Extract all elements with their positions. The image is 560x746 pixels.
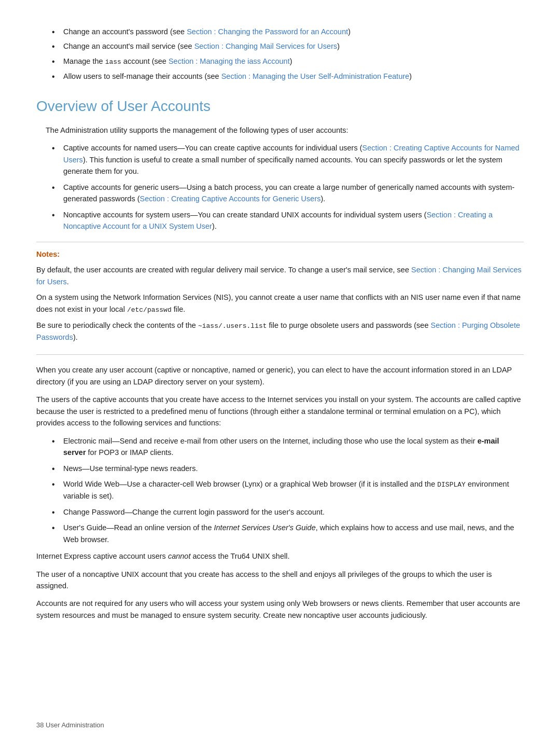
inline-code-iass: iass [105,58,121,66]
end-para-1: Internet Express captive account users c… [36,550,524,562]
services-list: Electronic mail—Send and receive e-mail … [36,435,524,545]
italic-cannot: cannot [168,552,191,560]
list-item-email: Electronic mail—Send and receive e-mail … [52,435,524,459]
top-list: Change an account's password (see Sectio… [36,26,524,82]
intro-para: The Administration utility supports the … [36,125,524,136]
inline-code-display: DISPLAY [437,481,466,489]
inline-code-users-list: ~iass/.users.list [198,322,267,330]
link-self-admin[interactable]: Section : Managing the User Self-Adminis… [221,72,410,80]
link-notes-mail[interactable]: Section : Changing Mail Services for Use… [36,266,522,285]
link-changing-password[interactable]: Section : Changing the Password for an A… [187,27,348,36]
list-item: Change an account's password (see Sectio… [52,26,524,37]
link-purging[interactable]: Section : Purging Obsolete Passwords [36,321,520,341]
bold-email-server: e-mail server [63,437,499,457]
list-item-text: Change an account's password (see [63,27,187,36]
end-para-2: The user of a noncaptive UNIX account th… [36,569,524,592]
italic-guide-title: Internet Services User's Guide [214,523,316,532]
list-item-captive-named: Captive accounts for named users—You can… [52,142,524,177]
end-para-3: Accounts are not required for any users … [36,598,524,621]
notes-para-3: Be sure to periodically check the conten… [36,320,524,343]
notes-block: Notes: By default, the user accounts are… [36,242,524,355]
notes-para-2: On a system using the Network Informatio… [36,292,524,315]
section-heading: Overview of User Accounts [36,95,524,117]
list-item-text: Allow users to self-manage their account… [63,72,221,80]
notes-para-1: By default, the user accounts are create… [36,264,524,287]
link-managing-iass[interactable]: Section : Managing the iass Account [169,57,290,65]
list-item-news: News—Use terminal-type news readers. [52,463,524,474]
list-item-text: Manage the iass account (see [63,57,169,65]
list-item-noncaptive: Noncaptive accounts for system users—You… [52,209,524,232]
body-para-1: When you create any user account (captiv… [36,364,524,388]
list-item-change-password: Change Password—Change the current login… [52,506,524,518]
body-para-2: The users of the captive accounts that y… [36,394,524,429]
inline-code-passwd: /etc/passwd [127,306,172,314]
notes-label: Notes: [36,248,524,260]
page: Change an account's password (see Sectio… [0,0,560,746]
footer: 38 User Administration [36,720,104,730]
list-item-captive-generic: Captive accounts for generic users—Using… [52,182,524,205]
link-changing-mail[interactable]: Section : Changing Mail Services for Use… [194,42,338,50]
account-types-list: Captive accounts for named users—You can… [36,142,524,232]
list-item-text: Change an account's mail service (see [63,42,194,50]
list-item-users-guide: User's Guide—Read an online version of t… [52,522,524,545]
list-item: Allow users to self-manage their account… [52,71,524,82]
link-captive-generic[interactable]: Section : Creating Captive Accounts for … [140,195,321,203]
list-item: Manage the iass account (see Section : M… [52,56,524,67]
list-item-www: World Wide Web—Use a character-cell Web … [52,478,524,502]
list-item: Change an account's mail service (see Se… [52,40,524,52]
